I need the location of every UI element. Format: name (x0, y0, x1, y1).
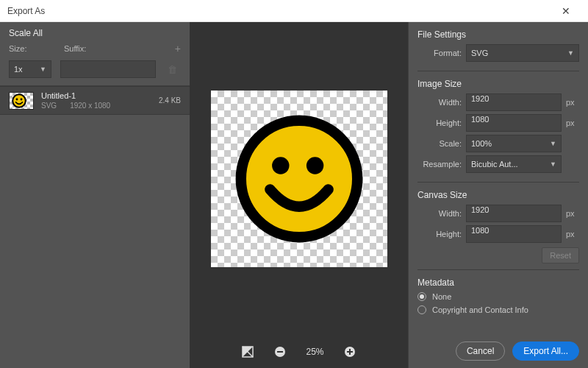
format-label: Format: (417, 49, 462, 57)
right-panel: File Settings Format: SVG ▼ Image Size W… (408, 22, 588, 368)
px-unit: px (566, 230, 579, 238)
footer: Cancel Export All... (417, 334, 579, 361)
scale-select[interactable]: 100% ▼ (466, 135, 562, 152)
asset-thumbnail (9, 92, 34, 110)
radio-icon (417, 305, 426, 314)
dialog-body: Scale All Size: Suffix: + 1x ▼ 🗑 (0, 22, 588, 368)
resample-label: Resample: (417, 160, 462, 169)
scale-inputs-row: 1x ▼ 🗑 (0, 57, 190, 85)
svg-point-1 (16, 98, 18, 100)
scale-label: Scale: (417, 139, 462, 148)
svg-point-5 (306, 157, 323, 174)
size-label: Size: (9, 44, 49, 53)
canvas-width-input[interactable]: 1920 (466, 205, 562, 222)
img-height-input[interactable]: 1080 (466, 114, 562, 132)
canvas-size-header: Canvas Size (417, 190, 579, 200)
left-panel: Scale All Size: Suffix: + 1x ▼ 🗑 (0, 22, 190, 368)
image-size-header: Image Size (417, 79, 579, 89)
format-value: SVG (471, 49, 488, 57)
px-unit: px (566, 118, 579, 127)
compare-icon[interactable] (241, 345, 254, 358)
preview-panel: 25% (190, 22, 408, 368)
img-width-input[interactable]: 1920 (466, 93, 562, 111)
window-title: Export As (7, 6, 551, 16)
svg-point-3 (240, 121, 356, 237)
svg-point-2 (21, 98, 23, 100)
metadata-header: Metadata (417, 277, 579, 288)
chevron-down-icon: ▼ (567, 49, 574, 57)
smiley-preview (233, 113, 365, 245)
cancel-button[interactable]: Cancel (456, 342, 505, 361)
asset-dimensions: 1920 x 1080 (70, 102, 110, 110)
file-settings-header: File Settings (417, 29, 579, 40)
canvas-width-label: Width: (417, 209, 462, 218)
resample-select[interactable]: Bicubic Aut... ▼ (466, 155, 562, 173)
canvas-height-label: Height: (417, 230, 462, 238)
file-settings-section: File Settings Format: SVG ▼ (417, 26, 579, 65)
metadata-none-label: None (432, 292, 451, 301)
canvas-height-input[interactable]: 1080 (466, 225, 562, 243)
asset-row[interactable]: Untitled-1 SVG 1920 x 1080 2.4 KB (0, 86, 190, 115)
metadata-none-option[interactable]: None (417, 292, 579, 301)
svg-rect-11 (349, 349, 351, 355)
chevron-down-icon: ▼ (550, 140, 556, 147)
canvas (211, 91, 387, 267)
asset-format: SVG (41, 102, 57, 110)
format-select[interactable]: SVG ▼ (466, 44, 579, 62)
canvas-size-section: Canvas Size Width: 1920 px Height: 1080 … (417, 182, 579, 263)
svg-point-4 (272, 157, 289, 174)
asset-name: Untitled-1 (41, 91, 151, 100)
img-width-label: Width: (417, 98, 462, 107)
radio-icon (417, 292, 426, 301)
px-unit: px (566, 209, 579, 218)
export-all-button[interactable]: Export All... (512, 342, 579, 361)
scale-all-header: Scale All (0, 22, 190, 43)
metadata-copyright-option[interactable]: Copyright and Contact Info (417, 305, 579, 314)
asset-info: Untitled-1 SVG 1920 x 1080 (41, 91, 151, 110)
size-value: 1x (14, 65, 23, 74)
add-scale-icon[interactable]: + (175, 43, 181, 54)
metadata-copyright-label: Copyright and Contact Info (432, 305, 528, 314)
zoom-level[interactable]: 25% (306, 347, 323, 357)
image-size-section: Image Size Width: 1920 px Height: 1080 p… (417, 71, 579, 176)
zoom-out-icon[interactable] (273, 345, 287, 358)
chevron-down-icon: ▼ (40, 66, 46, 73)
titlebar: Export As ✕ (0, 0, 588, 22)
close-icon[interactable]: ✕ (551, 5, 581, 17)
metadata-section: Metadata None Copyright and Contact Info (417, 269, 579, 319)
delete-scale-icon[interactable]: 🗑 (168, 64, 177, 75)
svg-rect-8 (277, 351, 283, 353)
scale-labels-row: Size: Suffix: + (0, 43, 190, 57)
svg-point-0 (12, 94, 26, 107)
zoom-bar: 25% (190, 336, 408, 368)
suffix-input[interactable] (60, 60, 156, 78)
preview-area (190, 22, 408, 336)
reset-button[interactable]: Reset (542, 247, 579, 263)
size-select[interactable]: 1x ▼ (9, 60, 51, 78)
asset-filesize: 2.4 KB (159, 96, 181, 105)
chevron-down-icon: ▼ (550, 160, 556, 168)
smiley-icon (12, 93, 26, 108)
suffix-label: Suffix: (64, 44, 104, 53)
zoom-in-icon[interactable] (343, 345, 356, 358)
img-height-label: Height: (417, 118, 462, 127)
px-unit: px (566, 98, 579, 107)
